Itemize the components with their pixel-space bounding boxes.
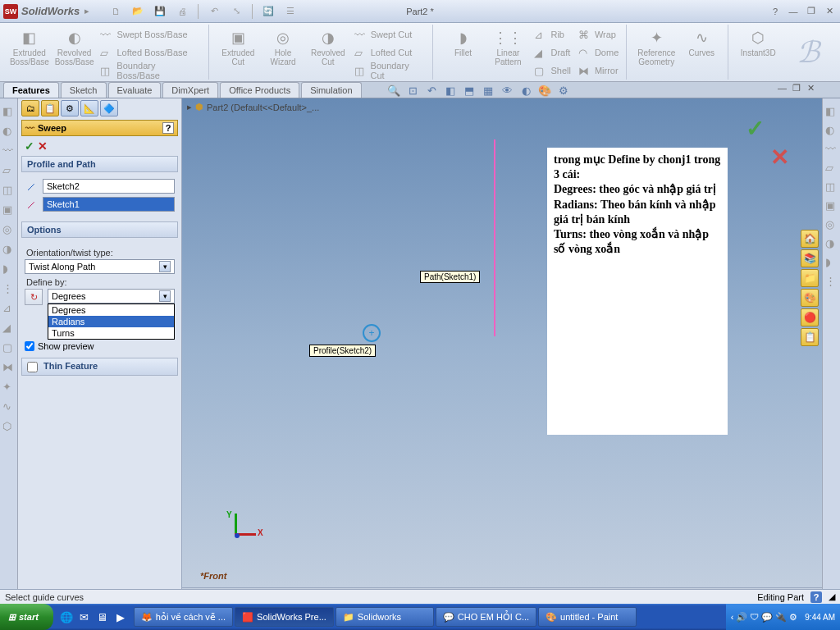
- undo-icon[interactable]: ↶: [204, 2, 224, 21]
- tool-icon[interactable]: ◫: [825, 180, 838, 194]
- expand-icon[interactable]: ▸: [187, 102, 192, 112]
- profile-sketch-circle[interactable]: [363, 324, 381, 342]
- tool-icon[interactable]: ◗: [2, 262, 16, 276]
- help-button[interactable]: ?: [768, 4, 783, 19]
- display-style-icon[interactable]: ▦: [480, 83, 496, 98]
- resources-tab-icon[interactable]: 🏠: [801, 230, 819, 248]
- accept-check-icon[interactable]: ✓: [746, 115, 765, 142]
- tool-icon[interactable]: ▣: [2, 203, 16, 217]
- pm-tab-display-icon[interactable]: 🔷: [100, 100, 118, 116]
- dropdown-item-degrees[interactable]: Degrees: [48, 304, 174, 316]
- reject-x-icon[interactable]: ✕: [770, 144, 789, 171]
- tray-icon[interactable]: ⚙: [789, 612, 797, 623]
- wrap-button[interactable]: ⌘Wrap: [576, 26, 621, 43]
- appearances-tab-icon[interactable]: 🔴: [801, 308, 819, 326]
- path-field[interactable]: Sketch1: [43, 197, 175, 212]
- extruded-boss-button[interactable]: ◧Extruded Boss/Base: [8, 26, 51, 66]
- reference-geometry-button[interactable]: ✦Reference Geometry: [635, 26, 678, 66]
- dropdown-item-radians[interactable]: Radians: [48, 316, 174, 327]
- taskbar-task[interactable]: 📁Solidworks: [336, 607, 434, 627]
- tool-icon[interactable]: ⬡: [2, 420, 16, 433]
- prev-view-icon[interactable]: ↶: [423, 83, 440, 98]
- view-triad[interactable]: Y X: [215, 514, 256, 555]
- profile-callout[interactable]: Profile(Sketch2): [309, 345, 376, 357]
- tab-dimxpert[interactable]: DimXpert: [162, 82, 218, 98]
- restore-button[interactable]: ❐: [804, 4, 819, 19]
- tool-icon[interactable]: ▢: [2, 341, 16, 354]
- minimize-button[interactable]: —: [786, 4, 801, 19]
- pm-help-button[interactable]: ?: [162, 122, 174, 134]
- section-options[interactable]: Options: [21, 221, 178, 238]
- tool-icon[interactable]: ▱: [2, 164, 16, 177]
- revolved-boss-button[interactable]: ◐Revolved Boss/Base: [53, 26, 96, 66]
- section-profile-path[interactable]: Profile and Path: [21, 156, 178, 172]
- pm-tab-feature-icon[interactable]: 🗂: [21, 100, 39, 116]
- tab-office-products[interactable]: Office Products: [220, 82, 299, 98]
- tool-icon[interactable]: ⋮⋮: [825, 275, 838, 288]
- tab-simulation[interactable]: Simulation: [301, 82, 361, 98]
- lofted-boss-button[interactable]: ▱Lofted Boss/Base: [98, 44, 203, 61]
- new-icon[interactable]: 🗋: [106, 2, 126, 21]
- quicklaunch-desktop-icon[interactable]: 🖥: [94, 607, 111, 627]
- tool-icon[interactable]: 〰: [2, 144, 16, 158]
- open-icon[interactable]: 📂: [128, 2, 148, 21]
- tool-icon[interactable]: ◫: [2, 184, 16, 197]
- quicklaunch-media-icon[interactable]: ▶: [112, 607, 129, 627]
- mdi-minimize-button[interactable]: —: [778, 83, 789, 94]
- revolved-cut-button[interactable]: ◑Revolved Cut: [307, 26, 349, 66]
- tool-icon[interactable]: ◗: [825, 256, 838, 269]
- profile-field[interactable]: Sketch2: [43, 179, 175, 194]
- taskbar-task[interactable]: 🦊hỏi về cách vẽ ...: [134, 607, 233, 627]
- status-help-icon[interactable]: ?: [810, 591, 822, 603]
- boundary-boss-button[interactable]: ◫Boundary Boss/Base: [98, 62, 203, 79]
- tool-icon[interactable]: ✦: [2, 381, 16, 394]
- file-explorer-tab-icon[interactable]: 📁: [801, 269, 819, 287]
- tool-icon[interactable]: ◢: [2, 322, 16, 335]
- tool-icon[interactable]: ◐: [2, 125, 16, 138]
- tray-icon[interactable]: 🛡: [750, 612, 759, 622]
- dome-button[interactable]: ◠Dome: [576, 44, 621, 61]
- custom-props-tab-icon[interactable]: 📋: [801, 328, 819, 346]
- tool-icon[interactable]: ◑: [2, 243, 16, 256]
- view-palette-tab-icon[interactable]: 🎨: [801, 289, 819, 307]
- curves-button[interactable]: ∿Curves: [680, 26, 723, 57]
- extruded-cut-button[interactable]: ▣Extruded Cut: [217, 26, 260, 66]
- rib-button[interactable]: ⊿Rib: [532, 26, 573, 43]
- appearance-icon[interactable]: 🎨: [536, 83, 553, 98]
- shell-button[interactable]: ▢Shell: [532, 62, 573, 79]
- tool-icon[interactable]: ◎: [2, 223, 16, 236]
- mirror-button[interactable]: ⧓Mirror: [576, 62, 621, 79]
- tray-icon[interactable]: 🔌: [775, 612, 787, 623]
- instant3d-button[interactable]: ⬡Instant3D: [737, 26, 779, 57]
- print-icon[interactable]: 🖨: [172, 2, 192, 21]
- taskbar-task[interactable]: 💬CHO EM HỎI C...: [436, 607, 536, 627]
- close-button[interactable]: ✕: [822, 4, 837, 19]
- show-preview-checkbox[interactable]: [25, 341, 34, 351]
- select-icon[interactable]: ⤡: [226, 2, 246, 21]
- tool-icon[interactable]: ⊿: [2, 302, 16, 315]
- linear-pattern-button[interactable]: ⋮⋮Linear Pattern: [486, 26, 529, 66]
- tool-icon[interactable]: ▣: [825, 199, 838, 212]
- tool-icon[interactable]: 〰: [825, 143, 838, 156]
- path-sketch-line[interactable]: [494, 139, 495, 336]
- define-by-combo[interactable]: Degrees ▾ Degrees Radians Turns: [48, 289, 175, 304]
- section-view-icon[interactable]: ◧: [442, 83, 459, 98]
- tool-icon[interactable]: ◧: [2, 105, 16, 118]
- tool-icon[interactable]: ◎: [825, 218, 838, 231]
- path-callout[interactable]: Path(Sketch1): [420, 271, 480, 283]
- swept-boss-button[interactable]: 〰Swept Boss/Base: [98, 26, 203, 43]
- design-library-tab-icon[interactable]: 📚: [801, 249, 819, 267]
- mdi-close-button[interactable]: ✕: [807, 83, 819, 94]
- ok-button[interactable]: ✓: [25, 139, 34, 153]
- view-orientation-icon[interactable]: ⬒: [461, 83, 477, 98]
- graphics-viewport[interactable]: ▸ ⬢ Part2 (Default<<Default>_... ✓ ✕ Pat…: [182, 98, 822, 604]
- direction-toggle-button[interactable]: ↻: [25, 289, 43, 305]
- pm-tab-property-icon[interactable]: 📋: [41, 100, 59, 116]
- tab-evaluate[interactable]: Evaluate: [108, 82, 162, 98]
- rebuild-icon[interactable]: 🔄: [258, 2, 278, 21]
- tool-icon[interactable]: ⋮⋮: [2, 282, 16, 295]
- taskbar-task[interactable]: 🎨untitled - Paint: [538, 607, 637, 627]
- mdi-restore-button[interactable]: ❐: [792, 83, 804, 94]
- hole-wizard-button[interactable]: ◎Hole Wizard: [262, 26, 304, 66]
- fillet-button[interactable]: ◗Fillet: [441, 26, 484, 57]
